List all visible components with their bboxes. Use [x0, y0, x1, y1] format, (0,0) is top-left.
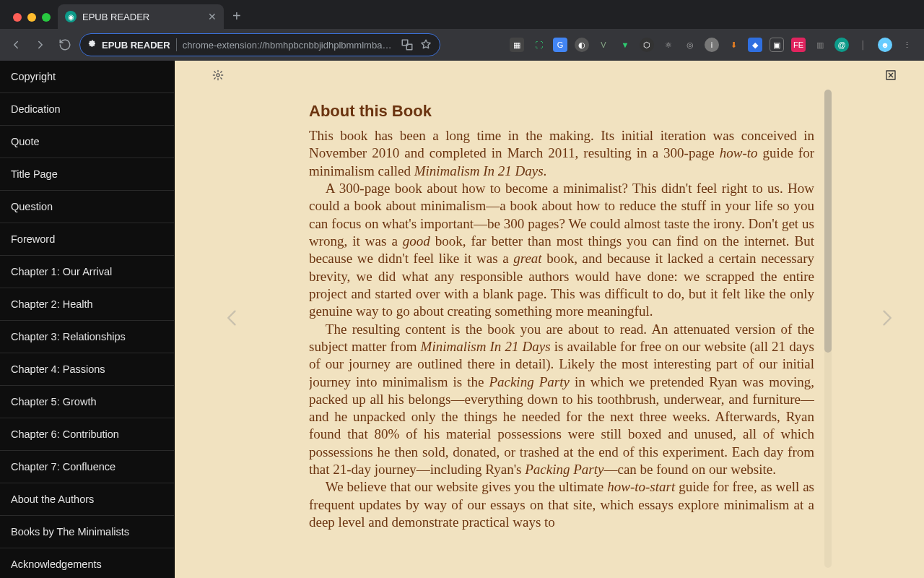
window-minimize-button[interactable]	[27, 13, 36, 22]
svg-point-2	[217, 74, 219, 77]
ext-at-icon[interactable]: @	[834, 38, 849, 52]
app-body: CopyrightDedicationQuoteTitle PageQuesti…	[0, 61, 924, 578]
reader-pane: About this Book This book has been a lon…	[175, 61, 924, 578]
ext-library-icon[interactable]: ▥	[813, 38, 827, 52]
window-close-button[interactable]	[13, 13, 22, 22]
window-zoom-button[interactable]	[42, 13, 51, 22]
ext-info-icon[interactable]: i	[705, 38, 719, 52]
prev-page-button[interactable]	[222, 308, 243, 331]
browser-toolbar: EPUB READER chrome-extension://hbmhpbcnb…	[0, 29, 924, 61]
ext-translate-icon[interactable]: G	[553, 38, 567, 52]
browser-chrome: ◉ EPUB READER ✕ + EPUB READER chrome-ext…	[0, 0, 924, 61]
toc-item[interactable]: Title Page	[0, 158, 174, 191]
ext-vue-icon[interactable]: V	[596, 38, 611, 52]
omnibox-separator	[176, 38, 177, 51]
ext-shield-icon[interactable]: ▼	[618, 38, 632, 52]
ext-image-icon[interactable]: ▣	[770, 38, 784, 52]
address-bar[interactable]: EPUB READER chrome-extension://hbmhpbcnb…	[79, 33, 440, 56]
toc-item[interactable]: Copyright	[0, 61, 174, 93]
extension-badge: EPUB READER	[87, 40, 170, 51]
ext-circle-icon[interactable]: ◐	[575, 38, 589, 52]
toc-item[interactable]: Chapter 2: Health	[0, 288, 174, 321]
ext-profile-icon[interactable]: ☻	[878, 38, 892, 52]
next-page-button[interactable]	[876, 308, 897, 331]
back-button[interactable]	[6, 35, 26, 55]
ext-react-icon[interactable]: ⚛	[661, 38, 676, 52]
paragraph: A 300-page book about how to become a mi…	[309, 180, 814, 321]
close-reader-button[interactable]	[885, 69, 897, 84]
tab-favicon-icon: ◉	[65, 11, 77, 22]
ext-divider-icon: │	[856, 38, 871, 52]
bookmark-star-icon[interactable]	[419, 38, 432, 51]
toc-item[interactable]: Dedication	[0, 93, 174, 126]
page-content: About this Book This book has been a lon…	[309, 101, 814, 578]
toc-item[interactable]: Chapter 4: Passions	[0, 353, 174, 386]
paragraph: We believe that our website gives you th…	[309, 478, 814, 531]
ext-fe-icon[interactable]: FE	[791, 38, 806, 52]
section-heading: About this Book	[309, 101, 814, 121]
ext-eslint-icon[interactable]: ⬡	[640, 38, 654, 52]
scrollbar-thumb[interactable]	[824, 90, 832, 353]
kebab-menu-icon[interactable]: ⋮	[899, 38, 914, 52]
tab-close-button[interactable]: ✕	[208, 11, 217, 22]
toc-item[interactable]: Question	[0, 191, 174, 223]
toc-item[interactable]: Chapter 1: Our Arrival	[0, 256, 174, 288]
ext-download-icon[interactable]: ⬇	[726, 38, 741, 52]
tab-strip: ◉ EPUB READER ✕ +	[0, 0, 924, 29]
toc-item[interactable]: Books by The Minimalists	[0, 516, 174, 548]
ext-qr-icon[interactable]: ▦	[510, 38, 524, 52]
paragraph: The resulting content is the book you ar…	[309, 321, 814, 479]
table-of-contents[interactable]: CopyrightDedicationQuoteTitle PageQuesti…	[0, 61, 175, 578]
browser-tab[interactable]: ◉ EPUB READER ✕	[58, 4, 224, 29]
new-tab-button[interactable]: +	[224, 8, 250, 29]
ext-clip-icon[interactable]: ◆	[748, 38, 762, 52]
toc-item[interactable]: Chapter 6: Contribution	[0, 418, 174, 451]
window-controls	[6, 13, 58, 29]
forward-button[interactable]	[30, 35, 51, 55]
paragraph: This book has been a long time in the ma…	[309, 127, 814, 180]
tab-title: EPUB READER	[82, 12, 149, 22]
translate-icon[interactable]	[401, 38, 414, 51]
url-text: chrome-extension://hbmhpbcnbbjidhplbmmlm…	[183, 40, 395, 51]
ext-target-icon[interactable]: ◎	[683, 38, 697, 52]
toc-item[interactable]: Chapter 3: Relationships	[0, 321, 174, 353]
scrollbar-track[interactable]	[824, 90, 832, 568]
toc-item[interactable]: Foreword	[0, 223, 174, 256]
toc-item[interactable]: Chapter 7: Confluence	[0, 451, 174, 483]
extension-icons-row: ▦ ⛶ G ◐ V ▼ ⬡ ⚛ ◎ i ⬇ ◆ ▣ FE ▥ @ │ ☻ ⋮	[510, 38, 918, 52]
toc-item[interactable]: Chapter 5: Growth	[0, 386, 174, 418]
reload-button[interactable]	[55, 35, 75, 55]
toc-item[interactable]: About the Authors	[0, 483, 174, 516]
ext-fullscreen-icon[interactable]: ⛶	[531, 38, 546, 52]
reader-canvas: About this Book This book has been a lon…	[186, 61, 912, 578]
toc-item[interactable]: Quote	[0, 126, 174, 158]
toc-item[interactable]: Acknowledgements	[0, 548, 174, 578]
settings-button[interactable]	[212, 69, 224, 84]
extension-name: EPUB READER	[102, 40, 170, 51]
